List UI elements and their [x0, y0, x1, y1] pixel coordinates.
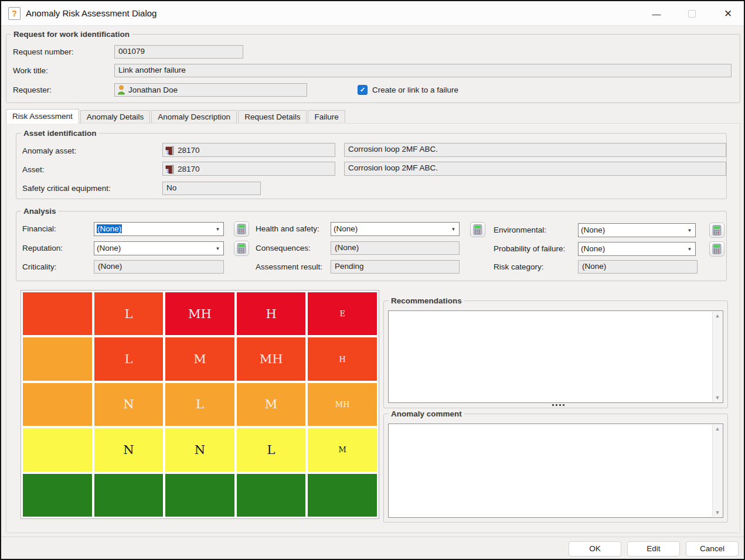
probability-of-failure-value: (None): [581, 244, 605, 253]
risk-matrix-cell[interactable]: E: [308, 292, 377, 335]
scroll-up-icon[interactable]: ▲: [715, 313, 720, 319]
pipe-elbow-icon: 3: [165, 145, 175, 155]
recommendations-scrollbar[interactable]: ▲ ▼: [712, 312, 722, 402]
risk-matrix-cell[interactable]: L: [94, 292, 164, 335]
environmental-calculate-button[interactable]: [709, 223, 724, 238]
create-or-link-failure-checkbox[interactable]: ✓: [358, 85, 368, 95]
financial-value: (None): [97, 224, 122, 233]
work-title-label: Work title:: [13, 66, 48, 75]
environmental-dropdown[interactable]: (None) ▼: [578, 223, 696, 237]
health-safety-value: (None): [334, 224, 358, 233]
requester-field: Jonathan Doe: [114, 83, 307, 97]
asset-group-title: Asset identification: [21, 129, 99, 138]
anomaly-asset-id: 28170: [178, 146, 200, 155]
tab-bar: Risk Assessment Anomaly Details Anomaly …: [6, 109, 346, 124]
risk-matrix-cell[interactable]: H: [237, 292, 306, 335]
probability-of-failure-calculate-button[interactable]: [709, 241, 724, 257]
calculator-icon: [237, 224, 246, 234]
tab-failure[interactable]: Failure: [308, 110, 345, 124]
scroll-up-icon[interactable]: ▲: [715, 426, 720, 432]
request-number-label: Request number:: [13, 47, 74, 56]
asset-description: Corrosion loop 2MF ABC.: [344, 162, 726, 176]
chevron-down-icon[interactable]: ▼: [448, 223, 458, 235]
analysis-group-title: Analysis: [21, 207, 59, 216]
svg-text:3: 3: [166, 169, 169, 173]
risk-matrix-cell[interactable]: M: [165, 337, 234, 380]
risk-matrix-cell[interactable]: L: [165, 383, 234, 426]
anomaly-asset-label: Anomaly asset:: [22, 146, 76, 155]
maximize-icon: [688, 10, 696, 18]
health-safety-calculate-button[interactable]: [470, 222, 485, 237]
tab-risk-assessment[interactable]: Risk Assessment: [6, 109, 79, 124]
reputation-value: (None): [97, 244, 121, 252]
risk-matrix-cell[interactable]: N: [94, 428, 164, 471]
risk-matrix-cell[interactable]: MH: [165, 292, 234, 335]
safety-critical-label: Safety critical equipment:: [22, 184, 111, 193]
risk-matrix-cell[interactable]: [94, 474, 164, 517]
splitter-handle[interactable]: [552, 404, 566, 407]
risk-matrix-cell[interactable]: [23, 428, 92, 471]
anomaly-comment-scrollbar[interactable]: ▲ ▼: [712, 425, 722, 517]
request-number-field: 001079: [114, 45, 243, 59]
recommendations-textarea[interactable]: ▲ ▼: [388, 310, 723, 403]
risk-matrix-cell[interactable]: MH: [237, 337, 306, 380]
risk-category-field: (None): [578, 260, 698, 274]
tab-request-details[interactable]: Request Details: [238, 110, 307, 124]
consequences-label: Consequences:: [256, 244, 311, 252]
cancel-button[interactable]: Cancel: [686, 541, 739, 556]
calculator-icon: [237, 243, 246, 254]
person-icon: [117, 85, 125, 95]
maximize-button[interactable]: [680, 1, 703, 26]
ok-button[interactable]: OK: [569, 541, 621, 556]
asset-label: Asset:: [22, 165, 45, 174]
close-button[interactable]: ✕: [716, 1, 740, 26]
health-safety-dropdown[interactable]: (None) ▼: [331, 222, 460, 236]
risk-matrix-cell[interactable]: [23, 337, 92, 380]
title-bar: ? Anomaly Risk Assessment Dialog — ✕: [1, 1, 744, 26]
anomaly-asset-description: Corrosion loop 2MF ABC.: [344, 143, 726, 157]
chevron-down-icon[interactable]: ▼: [685, 224, 695, 236]
risk-matrix-cell[interactable]: [23, 474, 92, 517]
financial-calculate-button[interactable]: [234, 221, 249, 237]
risk-matrix-cell[interactable]: [23, 383, 92, 426]
edit-button[interactable]: Edit: [627, 541, 680, 556]
risk-matrix-cell[interactable]: [308, 474, 377, 517]
asset-field[interactable]: 3 28170: [162, 162, 335, 176]
risk-matrix-cell[interactable]: H: [308, 337, 377, 380]
tab-anomaly-description[interactable]: Anomaly Description: [151, 110, 237, 124]
risk-matrix-cell[interactable]: N: [165, 428, 234, 471]
recommendations-title: Recommendations: [389, 296, 464, 305]
financial-dropdown[interactable]: (None) ▼: [94, 222, 224, 236]
risk-matrix-cell[interactable]: M: [308, 428, 377, 471]
risk-matrix-cell[interactable]: N: [94, 383, 164, 426]
probability-of-failure-dropdown[interactable]: (None) ▼: [578, 242, 696, 256]
requester-value: Jonathan Doe: [128, 86, 178, 94]
scroll-down-icon[interactable]: ▼: [715, 395, 720, 401]
risk-matrix-cell[interactable]: M: [237, 383, 306, 426]
reputation-calculate-button[interactable]: [234, 241, 249, 256]
risk-matrix-cell[interactable]: L: [237, 428, 306, 471]
create-or-link-failure-label: Create or link to a failure: [372, 86, 458, 94]
probability-of-failure-label: Probability of failure:: [494, 244, 565, 253]
footer-bar: OK Edit Cancel: [1, 537, 744, 560]
risk-category-label: Risk category:: [494, 262, 544, 271]
financial-label: Financial:: [22, 224, 56, 233]
anomaly-comment-textarea[interactable]: ▲ ▼: [388, 424, 723, 518]
risk-matrix-cell[interactable]: [23, 292, 92, 335]
risk-matrix-cell[interactable]: [237, 474, 306, 517]
risk-matrix-cell[interactable]: MH: [308, 383, 377, 426]
minimize-button[interactable]: —: [645, 1, 668, 26]
risk-matrix-cell[interactable]: L: [94, 337, 164, 380]
reputation-dropdown[interactable]: (None) ▼: [94, 241, 224, 255]
tab-anomaly-details[interactable]: Anomaly Details: [80, 110, 151, 124]
chevron-down-icon[interactable]: ▼: [685, 243, 695, 255]
assessment-result-field: Pending: [331, 260, 460, 274]
scroll-down-icon[interactable]: ▼: [715, 510, 720, 515]
chevron-down-icon[interactable]: ▼: [213, 223, 223, 235]
anomaly-asset-field[interactable]: 3 28170: [162, 143, 335, 157]
request-group-title: Request for work identification: [11, 30, 132, 39]
risk-matrix-cell[interactable]: [165, 474, 234, 517]
chevron-down-icon[interactable]: ▼: [213, 243, 223, 254]
anomaly-comment-text: [391, 426, 710, 515]
asset-id: 28170: [178, 165, 200, 173]
